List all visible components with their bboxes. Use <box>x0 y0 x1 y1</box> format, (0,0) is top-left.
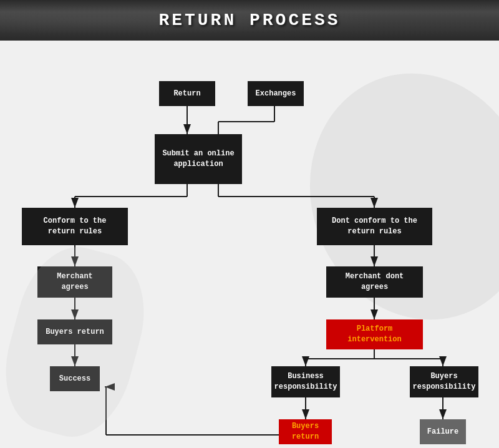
buyers-return-right-box: Buyers return <box>279 419 332 444</box>
page-header: RETURN PROCESS <box>0 0 499 41</box>
platform-box: Platform intervention <box>326 319 423 349</box>
page-title: RETURN PROCESS <box>158 11 340 30</box>
exchanges-box: Exchanges <box>248 81 304 106</box>
merchant-dont-box: Merchant dont agrees <box>326 266 423 298</box>
success-box: Success <box>50 366 100 391</box>
return-box: Return <box>159 81 215 106</box>
failure-box: Failure <box>420 419 466 444</box>
buyers-resp-box: Buyers responsibility <box>410 366 478 397</box>
flow-diagram: Return Exchanges Submit an online applic… <box>6 41 493 440</box>
business-resp-box: Business responsibility <box>271 366 340 397</box>
main-content: Return Exchanges Submit an online applic… <box>0 41 499 448</box>
submit-box: Submit an online application <box>155 134 242 184</box>
buyers-return-left-box: Buyers return <box>37 319 112 344</box>
merchant-agrees-box: Merchant agrees <box>37 266 112 298</box>
conform-box: Conform to the return rules <box>22 208 128 245</box>
dont-conform-box: Dont conform to the return rules <box>317 208 432 245</box>
